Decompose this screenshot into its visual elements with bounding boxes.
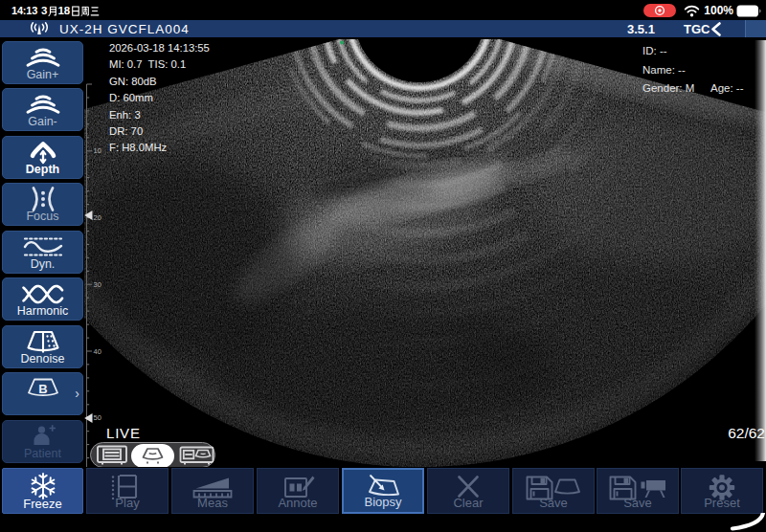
svg-text:50: 50 (94, 413, 101, 422)
svg-text:40: 40 (94, 347, 101, 356)
svg-text:30: 30 (94, 280, 101, 289)
svg-text:B: B (38, 382, 47, 396)
svg-text:20: 20 (94, 213, 101, 222)
svg-text:10: 10 (94, 146, 101, 155)
